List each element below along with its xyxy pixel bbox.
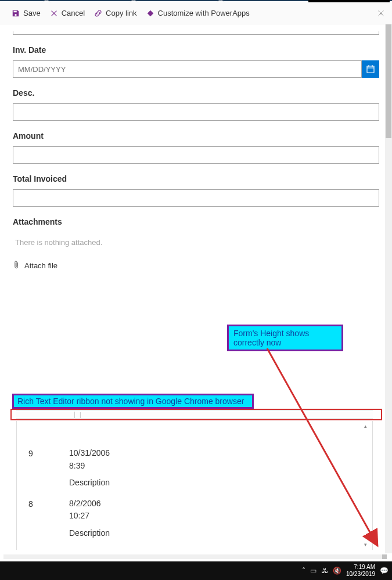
calendar-icon xyxy=(366,64,375,74)
paperclip-icon xyxy=(13,261,21,270)
list-item-time: 10:27 xyxy=(69,510,110,522)
windows-taskbar: ˄ ▭ 🖧 🔇 7:19 AM 10/23/2019 💬 xyxy=(0,561,392,580)
list-item-number: 8 xyxy=(28,498,69,539)
list-item[interactable]: 9 10/31/2006 8:39 Description xyxy=(17,443,372,493)
attachments-empty-text: There is nothing attached. xyxy=(13,232,379,253)
taskbar-time: 7:19 AM xyxy=(346,564,375,571)
data-list: ▴ 9 10/31/2006 8:39 Description 8 8/2/20… xyxy=(16,421,373,550)
horizontal-scrollbar[interactable] xyxy=(3,554,387,559)
amount-input[interactable] xyxy=(13,146,379,164)
list-item-time: 8:39 xyxy=(69,460,110,472)
list-item-date: 8/2/2006 xyxy=(69,498,110,510)
list-item-number xyxy=(28,549,69,550)
scrollbar-thumb[interactable] xyxy=(382,554,387,559)
scrollbar-thumb[interactable] xyxy=(386,22,391,138)
list-item-desc: Description xyxy=(69,477,110,489)
cancel-label: Cancel xyxy=(62,9,85,17)
desc-input[interactable] xyxy=(13,103,379,121)
amount-label: Amount xyxy=(13,131,379,141)
save-button[interactable]: Save xyxy=(7,9,45,17)
total-invoiced-input[interactable] xyxy=(13,189,379,207)
tray-network-icon[interactable]: 🖧 xyxy=(321,567,328,575)
copy-link-label: Copy link xyxy=(106,9,136,17)
cancel-button[interactable]: Cancel xyxy=(45,9,89,17)
list-item[interactable]: 8 8/2/2006 10:27 Description xyxy=(17,493,372,544)
customize-label: Customize with PowerApps xyxy=(158,9,250,17)
desc-label: Desc. xyxy=(13,88,379,98)
truncated-field xyxy=(13,31,379,35)
copy-link-button[interactable]: Copy link xyxy=(89,9,141,17)
list-item[interactable]: Assigned xyxy=(17,544,372,550)
annotation-form-height: Form's Height shows correctly now xyxy=(227,325,343,351)
list-item-desc: Description xyxy=(69,528,110,539)
scroll-up-icon[interactable]: ▴ xyxy=(364,423,370,429)
highlight-box xyxy=(10,409,382,420)
close-icon[interactable] xyxy=(377,9,385,17)
inv-date-label: Inv. Date xyxy=(13,45,379,55)
tray-volume-icon[interactable]: 🔇 xyxy=(333,567,341,575)
taskbar-date: 10/23/2019 xyxy=(346,571,375,578)
vertical-scrollbar[interactable] xyxy=(385,22,392,553)
command-bar: Save Cancel Copy link Customize with Pow… xyxy=(0,2,392,24)
save-label: Save xyxy=(23,9,41,17)
tray-chevron-icon[interactable]: ˄ xyxy=(302,567,305,575)
inv-date-input[interactable] xyxy=(13,60,362,78)
date-picker-button[interactable] xyxy=(362,60,379,78)
attachments-label: Attachments xyxy=(13,217,379,226)
list-item-date: 10/31/2006 xyxy=(69,448,110,459)
attach-file-label: Attach file xyxy=(24,261,57,270)
taskbar-clock[interactable]: 7:19 AM 10/23/2019 xyxy=(346,564,375,578)
attach-file-button[interactable]: Attach file xyxy=(13,261,379,270)
tray-battery-icon[interactable]: ▭ xyxy=(310,567,317,575)
scroll-down-icon[interactable]: ▾ xyxy=(364,542,370,547)
annotation-rte: Rich Text Editor ribbon not showing in G… xyxy=(12,394,254,409)
form-panel: Inv. Date Desc. Amount Total Invoiced At… xyxy=(0,24,392,270)
list-item-number: 9 xyxy=(28,448,69,489)
customize-button[interactable]: Customize with PowerApps xyxy=(142,9,254,17)
tray-notifications-icon[interactable]: 💬 xyxy=(380,567,389,575)
total-invoiced-label: Total Invoiced xyxy=(13,174,379,183)
